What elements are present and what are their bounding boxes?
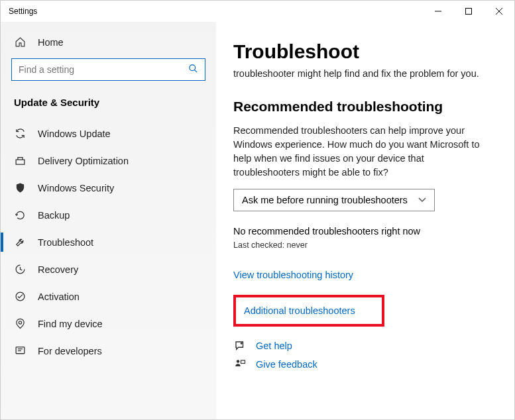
sidebar-item-label: Troubleshoot	[38, 237, 93, 248]
highlight-annotation: Additional troubleshooters	[233, 295, 384, 327]
dropdown-value: Ask me before running troubleshooters	[242, 195, 408, 205]
developer-icon	[14, 345, 26, 356]
page-title: Troubleshoot	[233, 40, 489, 63]
get-help-link: Get help	[256, 341, 292, 351]
sidebar-item-for-developers[interactable]: For developers	[1, 337, 216, 364]
give-feedback-row[interactable]: Give feedback	[233, 358, 489, 370]
last-checked-text: Last checked: never	[233, 240, 489, 250]
troubleshoot-preference-dropdown[interactable]: Ask me before running troubleshooters	[233, 189, 435, 211]
sidebar-item-find-my-device[interactable]: Find my device	[1, 310, 216, 337]
close-button[interactable]	[484, 1, 514, 22]
sidebar-item-label: Delivery Optimization	[38, 156, 129, 166]
sidebar-item-label: Backup	[38, 210, 70, 221]
feedback-icon	[233, 358, 247, 370]
get-help-row[interactable]: Get help	[233, 340, 489, 352]
location-icon	[14, 318, 26, 329]
svg-point-8	[19, 321, 21, 324]
svg-point-13	[237, 360, 240, 364]
check-icon	[14, 291, 26, 302]
sidebar: Home Update & Security Windows Update De…	[1, 22, 216, 419]
home-label: Home	[38, 37, 64, 48]
home-button[interactable]: Home	[1, 30, 216, 54]
sidebar-item-recovery[interactable]: Recovery	[1, 256, 216, 283]
section-text: Recommended troubleshooters can help imp…	[233, 124, 489, 180]
svg-rect-9	[16, 347, 25, 354]
svg-rect-1	[466, 9, 472, 15]
svg-rect-14	[241, 360, 245, 364]
sidebar-item-label: Find my device	[38, 319, 103, 329]
sidebar-item-activation[interactable]: Activation	[1, 283, 216, 310]
wrench-icon	[14, 236, 26, 248]
shield-icon	[14, 182, 26, 193]
window-controls	[423, 1, 514, 22]
window-title: Settings	[9, 7, 37, 16]
search-input[interactable]	[19, 64, 188, 75]
sidebar-item-windows-update[interactable]: Windows Update	[1, 120, 216, 147]
sidebar-item-windows-security[interactable]: Windows Security	[1, 174, 216, 201]
sidebar-item-label: Windows Security	[38, 183, 114, 193]
sidebar-item-delivery-optimization[interactable]: Delivery Optimization	[1, 147, 216, 174]
sidebar-item-label: For developers	[38, 346, 102, 356]
additional-troubleshooters-link[interactable]: Additional troubleshooters	[244, 305, 355, 316]
sidebar-item-label: Windows Update	[38, 129, 111, 139]
maximize-button[interactable]	[453, 1, 484, 22]
section-heading: Recommended troubleshooting	[233, 99, 489, 115]
svg-point-12	[241, 343, 242, 344]
svg-rect-6	[16, 160, 25, 164]
recovery-icon	[14, 264, 26, 275]
help-icon	[233, 340, 247, 352]
svg-point-4	[190, 64, 196, 70]
chevron-down-icon	[418, 196, 426, 204]
minimize-button[interactable]	[423, 1, 453, 22]
backup-icon	[14, 209, 26, 221]
sidebar-item-troubleshoot[interactable]: Troubleshoot	[1, 229, 216, 256]
sidebar-item-label: Recovery	[38, 264, 78, 275]
titlebar: Settings	[1, 1, 514, 22]
svg-line-5	[194, 70, 197, 72]
history-link[interactable]: View troubleshooting history	[233, 270, 489, 280]
home-icon	[14, 36, 26, 48]
sync-icon	[14, 128, 26, 139]
intro-text: troubleshooter might help find and fix t…	[233, 67, 489, 80]
category-heading: Update & Security	[1, 90, 216, 120]
content-pane: Troubleshoot troubleshooter might help f…	[216, 22, 514, 419]
no-recommended-text: No recommended troubleshooters right now	[233, 226, 489, 236]
search-icon	[188, 64, 198, 76]
search-box[interactable]	[11, 58, 205, 81]
give-feedback-link: Give feedback	[256, 359, 317, 370]
sidebar-item-backup[interactable]: Backup	[1, 201, 216, 229]
delivery-icon	[14, 155, 26, 166]
sidebar-item-label: Activation	[38, 291, 80, 302]
